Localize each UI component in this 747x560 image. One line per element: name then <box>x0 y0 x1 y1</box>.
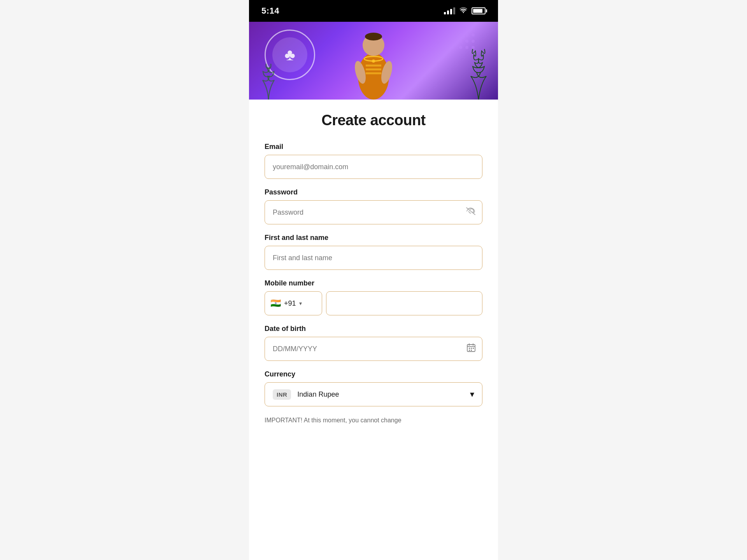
currency-chevron-icon: ▾ <box>470 389 474 399</box>
important-notice: IMPORTANT! At this moment, you cannot ch… <box>265 416 482 425</box>
mobile-row: 🇮🇳 +91 ▾ <box>265 291 482 315</box>
wifi-icon <box>459 7 468 15</box>
currency-name: Indian Rupee <box>297 390 339 399</box>
form-area: Create account Email Password <box>249 100 498 560</box>
battery-icon <box>472 7 486 14</box>
country-chevron-icon: ▾ <box>299 300 302 306</box>
currency-group: Currency INR Indian Rupee ▾ <box>265 370 482 406</box>
page-title: Create account <box>265 112 482 129</box>
country-code-value: +91 <box>284 299 296 308</box>
mobile-number-input[interactable] <box>326 291 482 315</box>
signal-bars-icon <box>444 7 455 14</box>
password-wrapper <box>265 200 482 224</box>
svg-rect-13 <box>473 348 474 349</box>
status-bar: 5:14 <box>249 0 498 22</box>
india-flag-icon: 🇮🇳 <box>270 298 281 308</box>
svg-rect-14 <box>469 350 470 351</box>
currency-label: Currency <box>265 370 482 378</box>
svg-rect-11 <box>469 348 470 349</box>
password-group: Password <box>265 188 482 224</box>
fern-left-icon <box>257 53 280 100</box>
password-label: Password <box>265 188 482 196</box>
svg-rect-1 <box>366 65 381 66</box>
mobile-label: Mobile number <box>265 279 482 287</box>
phone-frame: 5:14 ♣ <box>249 0 498 560</box>
status-time: 5:14 <box>261 6 279 16</box>
fern-right-icon <box>467 45 490 100</box>
svg-rect-3 <box>366 72 381 74</box>
country-code-selector[interactable]: 🇮🇳 +91 ▾ <box>265 291 322 315</box>
dob-wrapper <box>265 337 482 361</box>
fullname-label: First and last name <box>265 234 482 242</box>
svg-point-7 <box>372 60 375 63</box>
dob-group: Date of birth <box>265 325 482 361</box>
email-label: Email <box>265 143 482 151</box>
currency-badge: INR <box>273 389 291 400</box>
email-group: Email <box>265 143 482 179</box>
email-input[interactable] <box>265 155 482 179</box>
svg-rect-15 <box>471 350 472 351</box>
dob-input[interactable] <box>265 337 482 361</box>
password-input[interactable] <box>265 200 482 224</box>
dob-label: Date of birth <box>265 325 482 333</box>
svg-rect-12 <box>471 348 472 349</box>
currency-selector[interactable]: INR Indian Rupee ▾ <box>265 382 482 406</box>
mobile-group: Mobile number 🇮🇳 +91 ▾ <box>265 279 482 315</box>
hero-figure <box>342 22 405 100</box>
fullname-group: First and last name <box>265 234 482 270</box>
hero-banner: ♣ <box>249 22 498 100</box>
svg-point-5 <box>365 33 382 40</box>
svg-rect-2 <box>366 68 381 70</box>
club-symbol-icon: ♣ <box>284 46 295 64</box>
toggle-password-icon[interactable] <box>466 207 475 217</box>
status-icons <box>444 7 486 15</box>
calendar-icon[interactable] <box>467 343 475 354</box>
fullname-input[interactable] <box>265 246 482 270</box>
